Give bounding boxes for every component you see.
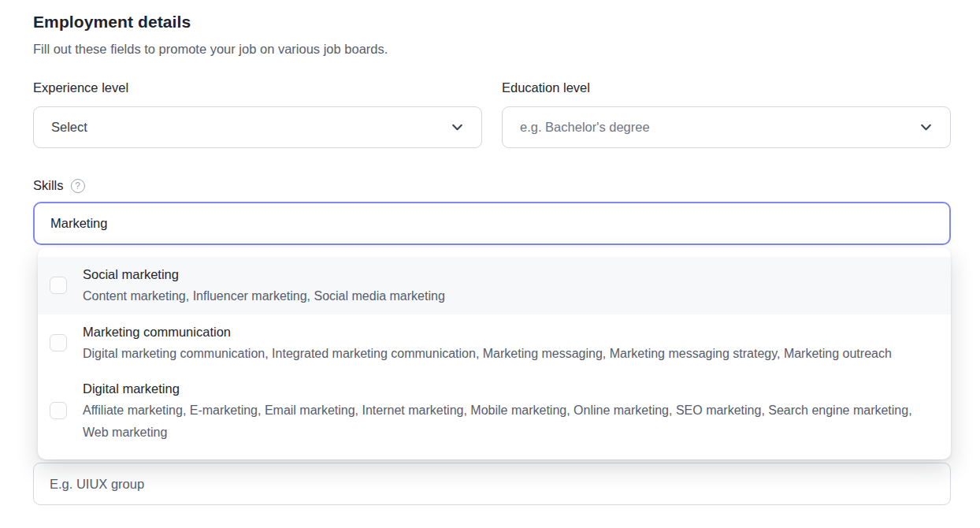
- level-fields-row: Experience level Select Education level …: [33, 80, 951, 148]
- suggestion-subtitle: Digital marketing communication, Integra…: [83, 343, 892, 365]
- skills-input[interactable]: [33, 202, 951, 245]
- suggestion-title: Digital marketing: [83, 378, 935, 400]
- experience-level-field: Experience level Select: [33, 80, 482, 148]
- suggestion-title: Marketing communication: [83, 322, 892, 343]
- chevron-down-icon: [451, 121, 464, 134]
- experience-level-label: Experience level: [33, 80, 482, 95]
- chevron-down-icon: [919, 121, 933, 134]
- education-level-placeholder: e.g. Bachelor's degree: [520, 120, 650, 135]
- skills-field: Skills ? Social marketing Content market…: [33, 178, 951, 505]
- education-level-select[interactable]: e.g. Bachelor's degree: [502, 106, 951, 148]
- education-level-label: Education level: [502, 80, 951, 95]
- suggestion-social-marketing[interactable]: Social marketing Content marketing, Infl…: [38, 257, 951, 314]
- help-icon[interactable]: ?: [71, 179, 85, 193]
- education-level-field: Education level e.g. Bachelor's degree: [502, 80, 951, 148]
- skills-label: Skills: [33, 178, 64, 193]
- suggestion-marketing-communication[interactable]: Marketing communication Digital marketin…: [38, 314, 951, 372]
- suggestion-subtitle: Affiliate marketing, E-marketing, Email …: [83, 400, 935, 443]
- checkbox-icon[interactable]: [50, 277, 67, 294]
- skills-suggestions-dropdown: Social marketing Content marketing, Infl…: [38, 247, 951, 459]
- page-description: Fill out these fields to promote your jo…: [33, 42, 951, 57]
- checkbox-icon[interactable]: [50, 402, 67, 419]
- checkbox-icon[interactable]: [50, 334, 67, 351]
- employment-details-section: Employment details Fill out these fields…: [0, 0, 980, 505]
- experience-level-value: Select: [51, 120, 87, 135]
- group-input[interactable]: [33, 463, 951, 505]
- suggestion-digital-marketing[interactable]: Digital marketing Affiliate marketing, E…: [38, 371, 951, 450]
- experience-level-select[interactable]: Select: [33, 106, 482, 148]
- suggestion-title: Social marketing: [83, 264, 445, 285]
- page-title: Employment details: [33, 13, 951, 32]
- suggestion-subtitle: Content marketing, Influencer marketing,…: [83, 285, 445, 307]
